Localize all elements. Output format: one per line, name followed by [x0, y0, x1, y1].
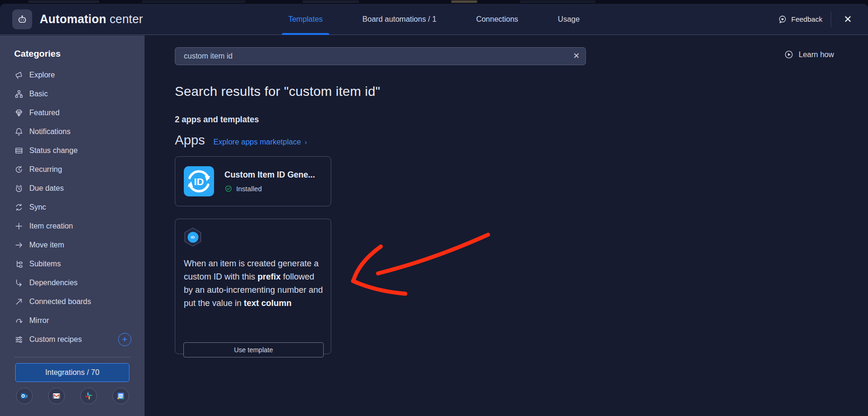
gmail-icon[interactable]	[48, 388, 65, 404]
sidebar-item-label: Item creation	[29, 222, 73, 230]
modal-header: Automationcenter TemplatesBoard automati…	[0, 4, 868, 35]
sidebar-item-custom-recipes[interactable]: Custom recipes+	[0, 330, 145, 349]
main-content: ✕ Learn how Search results for "custom i…	[145, 35, 868, 416]
sidebar-item-label: Connected boards	[29, 297, 91, 306]
bell-icon	[14, 127, 24, 136]
learn-how-link[interactable]: Learn how	[784, 50, 834, 59]
outlook-icon[interactable]	[16, 388, 33, 404]
header-divider	[831, 11, 831, 27]
template-description: When an item is created generate a custo…	[184, 257, 325, 310]
template-card[interactable]: ID When an item is created generate a cu…	[175, 219, 331, 354]
search-results-heading: Search results for "custom item id"	[175, 84, 380, 99]
clock-repeat-icon	[14, 165, 24, 174]
integration-app-icons: 31	[0, 388, 145, 409]
active-tab-underline	[282, 33, 329, 35]
automation-robot-icon	[12, 9, 32, 29]
plus-icon	[14, 221, 24, 231]
installed-status: Installed	[236, 185, 262, 193]
sidebar-item-dependencies[interactable]: Dependencies	[0, 273, 145, 292]
dependency-arrow-icon	[14, 278, 24, 288]
gem-icon	[14, 108, 24, 118]
header-tabs: TemplatesBoard automations / 1Connection…	[284, 4, 584, 34]
automation-center-modal: Automationcenter TemplatesBoard automati…	[0, 4, 868, 416]
annotation-arrow	[343, 215, 504, 309]
app-card-custom-item-id[interactable]: ID Custom Item ID Gene... Installed	[175, 156, 331, 206]
sidebar-item-mirror[interactable]: Mirror	[0, 311, 145, 330]
categories-title: Categories	[0, 35, 145, 62]
sidebar-item-status-change[interactable]: Status change	[0, 141, 145, 160]
explore-apps-marketplace-link[interactable]: Explore apps marketplace ›	[214, 138, 307, 146]
page-title: Automationcenter	[40, 12, 143, 26]
mirror-arrow-icon	[14, 316, 24, 325]
sidebar-item-due-dates[interactable]: Due dates	[0, 179, 145, 198]
close-icon[interactable]: ✕	[840, 12, 856, 26]
marketplace-link-label: Explore apps marketplace	[214, 138, 301, 146]
custom-item-id-app-icon: ID	[184, 166, 214, 196]
google-calendar-icon[interactable]: 31	[112, 388, 129, 404]
status-rows-icon	[14, 146, 24, 155]
sidebar-item-connected-boards[interactable]: Connected boards	[0, 292, 145, 311]
workflow-icon	[14, 89, 24, 99]
add-custom-recipe-button[interactable]: +	[118, 333, 131, 346]
tab-connections[interactable]: Connections	[472, 4, 523, 34]
sidebar-item-featured[interactable]: Featured	[0, 103, 145, 122]
sidebar-item-sync[interactable]: Sync	[0, 198, 145, 217]
sidebar-item-label: Recurring	[29, 165, 62, 174]
sidebar-item-subitems[interactable]: Subitems	[0, 255, 145, 273]
feedback-button[interactable]: Feedback	[778, 15, 823, 24]
sidebar-item-label: Due dates	[29, 184, 64, 193]
results-count: 2 apps and templates	[175, 115, 259, 125]
sidebar-item-basic[interactable]: Basic	[0, 85, 145, 103]
sidebar-item-explore[interactable]: Explore	[0, 66, 145, 85]
feedback-bubble-icon	[778, 15, 787, 24]
play-icon	[784, 50, 794, 59]
sidebar-item-label: Explore	[29, 71, 55, 79]
sidebar-item-notifications[interactable]: Notifications	[0, 122, 145, 141]
chevron-right-icon: ›	[305, 138, 307, 146]
categories-sidebar: Categories ExploreBasicFeaturedNotificat…	[0, 35, 145, 416]
arrow-up-right-icon	[14, 297, 24, 306]
integrations-button[interactable]: Integrations / 70	[15, 363, 129, 382]
use-template-button[interactable]: Use template	[183, 342, 324, 357]
sidebar-item-label: Mirror	[29, 316, 49, 325]
sidebar-item-label: Subitems	[29, 260, 61, 268]
sidebar-item-recurring[interactable]: Recurring	[0, 160, 145, 179]
apps-section-title: Apps	[175, 133, 205, 148]
sidebar-item-label: Notifications	[29, 127, 70, 136]
search-clear-icon[interactable]: ✕	[573, 51, 580, 61]
svg-text:31: 31	[119, 394, 122, 398]
sidebar-item-item-creation[interactable]: Item creation	[0, 217, 145, 236]
sidebar-item-label: Status change	[29, 146, 77, 155]
app-card-title: Custom Item ID Gene...	[224, 170, 315, 180]
sidebar-divider	[14, 357, 130, 357]
sidebar-item-label: Custom recipes	[29, 335, 82, 344]
sliders-icon	[14, 335, 24, 344]
template-app-badge-icon: ID	[184, 228, 202, 246]
sidebar-item-label: Move item	[29, 241, 64, 249]
sidebar-item-label: Basic	[29, 90, 48, 98]
tab-templates[interactable]: Templates	[284, 4, 327, 34]
tab-board-automations-1[interactable]: Board automations / 1	[358, 4, 441, 34]
installed-check-icon	[224, 185, 232, 193]
search-input[interactable]	[175, 47, 586, 65]
alarm-clock-icon	[14, 184, 24, 193]
sidebar-item-move-item[interactable]: Move item	[0, 236, 145, 255]
feedback-label: Feedback	[791, 15, 823, 23]
category-list: ExploreBasicFeaturedNotificationsStatus …	[0, 62, 145, 349]
sync-arrows-icon	[14, 203, 24, 212]
tab-usage[interactable]: Usage	[553, 4, 584, 34]
slack-icon[interactable]	[80, 388, 97, 404]
learn-how-label: Learn how	[799, 51, 834, 59]
svg-text:ID: ID	[194, 176, 204, 187]
sidebar-item-label: Dependencies	[29, 279, 77, 287]
megaphone-icon	[14, 70, 24, 80]
sidebar-item-label: Featured	[29, 109, 60, 117]
subitems-tree-icon	[14, 259, 24, 269]
arrow-right-icon	[14, 240, 24, 250]
sidebar-item-label: Sync	[29, 203, 46, 212]
